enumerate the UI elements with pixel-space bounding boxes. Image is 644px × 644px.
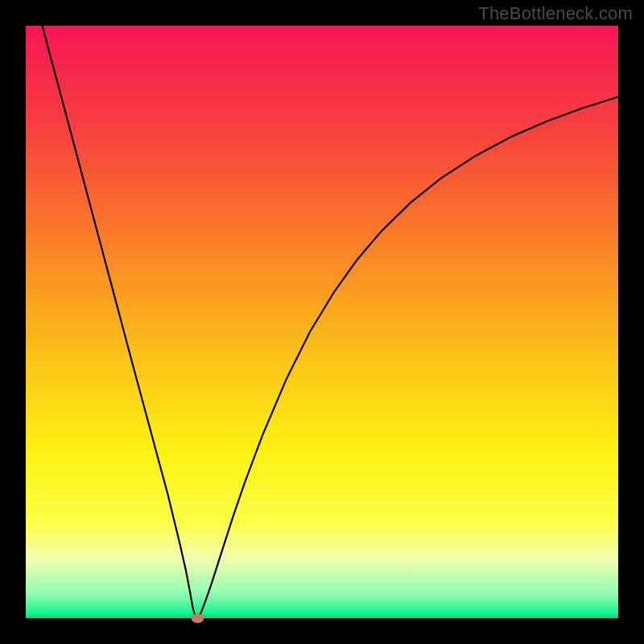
optimal-point-marker [191,613,204,623]
plot-background [26,26,618,618]
chart-svg [0,0,644,644]
chart-frame: TheBottleneck.com [0,0,644,644]
